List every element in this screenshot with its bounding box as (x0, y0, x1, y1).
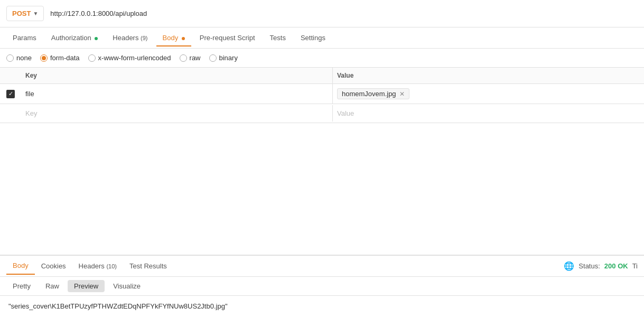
th-key: Key (21, 68, 332, 83)
fmt-tab-preview[interactable]: Preview (68, 280, 105, 292)
response-body: "series_cover\K1BetTPUzyfPTHWZdtEDqNPFYk… (0, 296, 644, 317)
option-form-data[interactable]: form-data (40, 54, 80, 62)
radio-form-data (40, 54, 48, 62)
option-raw[interactable]: raw (180, 54, 201, 62)
radio-raw (180, 54, 187, 62)
resp-tab-headers[interactable]: Headers (10) (72, 258, 123, 274)
body-dot (182, 37, 185, 40)
empty-row-key[interactable]: Key (21, 105, 332, 122)
row-key: file (21, 86, 332, 102)
radio-none (6, 54, 14, 62)
resp-tab-cookies[interactable]: Cookies (35, 258, 72, 274)
file-badge: homemJovem.jpg ✕ (337, 88, 409, 99)
th-checkbox (0, 68, 21, 83)
tab-params[interactable]: Params (6, 30, 43, 46)
response-tabs-bar: Body Cookies Headers (10) Test Results 🌐… (0, 256, 644, 277)
option-urlencoded[interactable]: x-www-form-urlencoded (88, 54, 171, 62)
time-label: Ti (632, 262, 638, 270)
th-value: Value (332, 68, 644, 83)
headers-badge: (10) (106, 263, 117, 269)
fmt-tab-pretty[interactable]: Pretty (6, 280, 37, 292)
empty-row-checkbox (0, 109, 21, 118)
radio-urlencoded (88, 54, 96, 62)
response-text: "series_cover\K1BetTPUzyfPTHWZdtEDqNPFYk… (8, 302, 228, 310)
globe-icon: 🌐 (564, 261, 574, 271)
resp-tab-body[interactable]: Body (6, 257, 35, 275)
row-value: homemJovem.jpg ✕ (332, 84, 644, 104)
empty-row-value[interactable]: Value (332, 105, 644, 122)
tab-pre-request[interactable]: Pre-request Script (193, 30, 262, 46)
method-selector[interactable]: POST ▼ (6, 6, 44, 21)
radio-binary (209, 54, 217, 62)
table-header: Key Value (0, 68, 644, 84)
tab-settings[interactable]: Settings (294, 30, 332, 46)
chevron-down-icon: ▼ (33, 11, 38, 16)
request-tabs: Params Authorization Headers (9) Body Pr… (0, 27, 644, 49)
checkbox-checked-icon[interactable] (6, 90, 15, 98)
option-none[interactable]: none (6, 54, 32, 62)
tab-authorization[interactable]: Authorization (45, 30, 105, 46)
status-label: Status: (578, 262, 600, 270)
url-input[interactable] (48, 7, 638, 20)
tab-tests[interactable]: Tests (264, 30, 292, 46)
resp-tab-test-results[interactable]: Test Results (123, 258, 173, 274)
fmt-tab-visualize[interactable]: Visualize (107, 280, 147, 292)
table-row: file homemJovem.jpg ✕ (0, 84, 644, 104)
close-icon[interactable]: ✕ (399, 90, 405, 98)
authorization-dot (95, 37, 98, 40)
format-tabs: Pretty Raw Preview Visualize (0, 277, 644, 296)
empty-table-row: Key Value (0, 104, 644, 123)
status-code: 200 OK (604, 262, 628, 270)
option-binary[interactable]: binary (209, 54, 238, 62)
body-options: none form-data x-www-form-urlencoded raw… (0, 49, 644, 68)
row-checkbox[interactable] (0, 86, 21, 102)
response-section: Body Cookies Headers (10) Test Results 🌐… (0, 255, 644, 317)
headers-badge: (9) (141, 35, 147, 41)
status-area: 🌐 Status: 200 OK Ti (564, 261, 638, 271)
fmt-tab-raw[interactable]: Raw (39, 280, 66, 292)
tab-body[interactable]: Body (156, 30, 191, 46)
file-name: homemJovem.jpg (342, 90, 396, 98)
url-bar: POST ▼ (0, 0, 644, 27)
tab-headers[interactable]: Headers (9) (106, 30, 154, 46)
method-label: POST (12, 10, 31, 17)
